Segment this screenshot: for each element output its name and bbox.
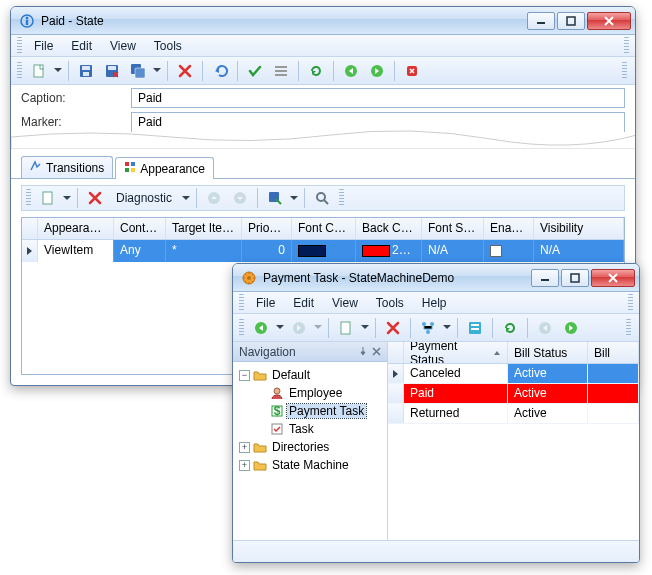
- save-close-icon[interactable]: [101, 60, 123, 82]
- grid-row[interactable]: ViewItem Any * 0 25... N/A N/A: [22, 240, 624, 262]
- tree-node-state-machine[interactable]: +State Machine: [237, 456, 383, 474]
- minimize-button[interactable]: [527, 12, 555, 30]
- cell-fontcolor[interactable]: [292, 240, 356, 262]
- diagnostic-dropdown[interactable]: [182, 187, 190, 209]
- new-rule-dropdown[interactable]: [63, 187, 71, 209]
- refresh-icon[interactable]: [499, 317, 521, 339]
- undo-icon[interactable]: [209, 60, 231, 82]
- overflow-grip-icon[interactable]: [622, 62, 627, 80]
- close-button[interactable]: [591, 269, 635, 287]
- cell-priority[interactable]: 0: [242, 240, 292, 262]
- diagnostic-menu[interactable]: Diagnostic: [110, 189, 178, 207]
- col-appearance[interactable]: Appearanc...: [38, 218, 114, 239]
- titlebar[interactable]: Payment Task - StateMachineDemo: [233, 264, 639, 292]
- menu-edit[interactable]: Edit: [285, 294, 322, 312]
- close-button[interactable]: [587, 12, 631, 30]
- new-dropdown[interactable]: [361, 317, 369, 339]
- checkbox-icon[interactable]: [490, 245, 502, 257]
- overflow-grip-icon[interactable]: [626, 319, 631, 337]
- diagram-icon[interactable]: [417, 317, 439, 339]
- col-backcolor[interactable]: Back Color: [356, 218, 422, 239]
- next-record-icon[interactable]: [560, 317, 582, 339]
- cell-appearance[interactable]: ViewItem: [38, 240, 114, 262]
- grid-row[interactable]: CanceledActive: [388, 364, 639, 384]
- col-priority[interactable]: Priority: [242, 218, 292, 239]
- validate-icon[interactable]: [244, 60, 266, 82]
- preview-icon[interactable]: [311, 187, 333, 209]
- data-grid[interactable]: Payment Status Bill Status Bill Canceled…: [388, 342, 639, 540]
- next-icon[interactable]: [366, 60, 388, 82]
- maximize-button[interactable]: [561, 269, 589, 287]
- prev-icon[interactable]: [340, 60, 362, 82]
- refresh-icon[interactable]: [305, 60, 327, 82]
- cell-bill-status[interactable]: Active: [508, 364, 588, 383]
- cell-bill[interactable]: [588, 384, 639, 403]
- cell-enabled[interactable]: [484, 240, 534, 262]
- menu-help[interactable]: Help: [414, 294, 455, 312]
- col-target[interactable]: Target Items: [166, 218, 242, 239]
- close-panel-icon[interactable]: [372, 345, 381, 359]
- grid-row[interactable]: ReturnedActive: [388, 404, 639, 424]
- pin-icon[interactable]: [358, 345, 368, 359]
- menu-edit[interactable]: Edit: [63, 37, 100, 55]
- tree-node-default[interactable]: −Default: [237, 366, 383, 384]
- col-visibility[interactable]: Visibility: [534, 218, 624, 239]
- menu-tools[interactable]: Tools: [146, 37, 190, 55]
- cell-fontstyle[interactable]: N/A: [422, 240, 484, 262]
- export-icon[interactable]: [264, 187, 286, 209]
- new-dropdown[interactable]: [54, 60, 62, 82]
- menu-tools[interactable]: Tools: [368, 294, 412, 312]
- col-bill-status[interactable]: Bill Status: [508, 342, 588, 363]
- cell-visibility[interactable]: N/A: [534, 240, 624, 262]
- cell-payment-status[interactable]: Paid: [404, 384, 508, 403]
- navigation-tree[interactable]: −Default Employee $Payment Task Task +Di…: [233, 362, 387, 540]
- collapse-icon[interactable]: −: [239, 370, 250, 381]
- col-enabled[interactable]: Enabled: [484, 218, 534, 239]
- save-icon[interactable]: [75, 60, 97, 82]
- menu-view[interactable]: View: [324, 294, 366, 312]
- col-context[interactable]: Context: [114, 218, 166, 239]
- grip-icon[interactable]: [239, 319, 244, 337]
- delete-icon[interactable]: [382, 317, 404, 339]
- cell-bill-status[interactable]: Active: [508, 384, 588, 403]
- minimize-button[interactable]: [531, 269, 559, 287]
- grip-icon[interactable]: [17, 62, 22, 80]
- cell-bill-status[interactable]: Active: [508, 404, 588, 423]
- stop-icon[interactable]: [401, 60, 423, 82]
- new-icon[interactable]: [335, 317, 357, 339]
- cell-payment-status[interactable]: Returned: [404, 404, 508, 423]
- delete-rule-icon[interactable]: [84, 187, 106, 209]
- tree-node-payment-task[interactable]: $Payment Task: [237, 402, 383, 420]
- view-icon[interactable]: [464, 317, 486, 339]
- caption-input[interactable]: Paid: [131, 88, 625, 108]
- nav-back-dropdown[interactable]: [276, 317, 284, 339]
- overflow-grip-icon[interactable]: [624, 37, 629, 55]
- cell-bill[interactable]: [588, 364, 639, 383]
- nav-back-icon[interactable]: [250, 317, 272, 339]
- tab-transitions[interactable]: Transitions: [21, 156, 113, 178]
- menu-view[interactable]: View: [102, 37, 144, 55]
- cell-context[interactable]: Any: [114, 240, 166, 262]
- export-dropdown[interactable]: [290, 187, 298, 209]
- menu-file[interactable]: File: [26, 37, 61, 55]
- diagram-dropdown[interactable]: [443, 317, 451, 339]
- save-as-icon[interactable]: [127, 60, 149, 82]
- cell-payment-status[interactable]: Canceled: [404, 364, 508, 383]
- new-rule-icon[interactable]: [37, 187, 59, 209]
- tab-appearance[interactable]: Appearance: [115, 157, 214, 179]
- expand-icon[interactable]: +: [239, 460, 250, 471]
- tree-node-directories[interactable]: +Directories: [237, 438, 383, 456]
- cell-bill[interactable]: [588, 404, 639, 423]
- cell-target[interactable]: *: [166, 240, 242, 262]
- cell-backcolor[interactable]: 25...: [356, 240, 422, 262]
- list-icon[interactable]: [270, 60, 292, 82]
- overflow-grip-icon[interactable]: [339, 189, 344, 207]
- new-icon[interactable]: [28, 60, 50, 82]
- grip-icon[interactable]: [26, 189, 31, 207]
- menu-file[interactable]: File: [248, 294, 283, 312]
- grip-icon[interactable]: [17, 37, 22, 55]
- overflow-grip-icon[interactable]: [628, 294, 633, 312]
- grip-icon[interactable]: [239, 294, 244, 312]
- col-fontstyle[interactable]: Font Style: [422, 218, 484, 239]
- save-as-dropdown[interactable]: [153, 60, 161, 82]
